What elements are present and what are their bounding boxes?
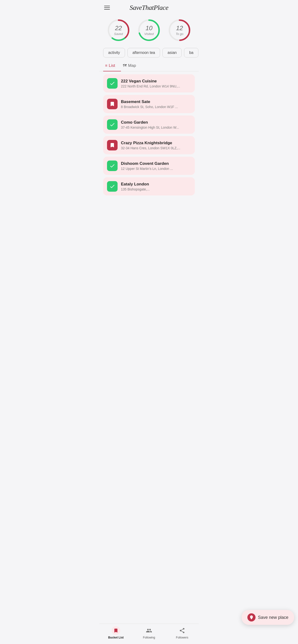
followers-label: Followers <box>176 636 188 639</box>
list-label: List <box>109 63 115 68</box>
stats-section: 22 Saved 10 Visited 12 To go <box>99 14 199 46</box>
tag-afternoon-tea[interactable]: afternoon tea <box>127 48 160 58</box>
visited-label: Visited <box>144 32 154 36</box>
view-toggle: ≡ List 🗺 Map <box>99 60 199 72</box>
bottom-nav: Bucket List Following Followers <box>99 624 199 644</box>
stat-saved: 22 Saved <box>106 18 130 42</box>
nav-followers[interactable]: Followers <box>166 626 199 639</box>
map-view-button[interactable]: 🗺 Map <box>121 60 142 72</box>
nav-bucket-list[interactable]: Bucket List <box>99 626 132 639</box>
place-item-2[interactable]: Como Garden 37-45 Kensington High St, Lo… <box>103 116 195 134</box>
place-address-2: 37-45 Kensington High St, London W... <box>121 126 191 130</box>
saved-icon-1 <box>107 99 117 109</box>
tag-activity[interactable]: activity <box>103 48 125 58</box>
stat-visited: 10 Visited <box>137 18 161 42</box>
saved-count: 22 <box>114 25 123 32</box>
place-item-5[interactable]: Eataly London 135 Bishopsgate,... <box>103 177 195 196</box>
place-item-3[interactable]: Crazy Pizza Knightsbridge 32-34 Hans Cre… <box>103 136 195 154</box>
place-info-4: Dishoom Covent Garden 12 Upper St Martin… <box>121 161 191 170</box>
tag-ba[interactable]: ba <box>184 48 198 58</box>
place-info-1: Basement Sate 8 Broadwick St, Soho, Lond… <box>121 100 191 109</box>
place-name-2: Como Garden <box>121 120 191 125</box>
place-address-0: 222 North End Rd, London W14 9NU,... <box>121 84 191 88</box>
bucket-list-label: Bucket List <box>108 636 124 639</box>
place-item-4[interactable]: Dishoom Covent Garden 12 Upper St Martin… <box>103 157 195 175</box>
app-title: SaveThatPlace <box>129 4 168 12</box>
list-view-button[interactable]: ≡ List <box>103 60 121 72</box>
followers-icon <box>178 626 186 635</box>
place-address-1: 8 Broadwick St, Soho, London W1F ... <box>121 105 191 109</box>
visited-count: 10 <box>144 25 154 32</box>
tags-section: activity afternoon tea asian ba <box>99 46 199 60</box>
place-info-3: Crazy Pizza Knightsbridge 32-34 Hans Cre… <box>121 141 191 150</box>
tag-asian[interactable]: asian <box>163 48 182 58</box>
following-icon <box>145 626 153 635</box>
place-address-4: 12 Upper St Martin's Ln, London ... <box>121 167 191 170</box>
visited-icon-2 <box>107 119 117 130</box>
stat-togo: 12 To go <box>168 18 192 42</box>
saved-icon-3 <box>107 140 117 150</box>
places-list: 222 Vegan Cuisine 222 North End Rd, Lond… <box>99 72 199 220</box>
list-icon: ≡ <box>105 64 107 68</box>
place-info-5: Eataly London 135 Bishopsgate,... <box>121 182 191 191</box>
header: SaveThatPlace <box>99 0 199 14</box>
place-name-5: Eataly London <box>121 182 191 187</box>
visited-icon-5 <box>107 181 117 192</box>
place-item-1[interactable]: Basement Sate 8 Broadwick St, Soho, Lond… <box>103 95 195 113</box>
menu-button[interactable] <box>104 6 110 10</box>
following-label: Following <box>143 636 155 639</box>
place-name-1: Basement Sate <box>121 100 191 104</box>
map-label: Map <box>128 63 136 68</box>
bucket-list-icon <box>112 626 120 635</box>
visited-icon-0 <box>107 78 117 89</box>
place-address-5: 135 Bishopsgate,... <box>121 187 191 191</box>
map-icon: 🗺 <box>123 64 127 68</box>
place-info-2: Como Garden 37-45 Kensington High St, Lo… <box>121 120 191 130</box>
visited-icon-4 <box>107 160 117 171</box>
place-item-0[interactable]: 222 Vegan Cuisine 222 North End Rd, Lond… <box>103 74 195 92</box>
saved-label: Saved <box>114 32 123 36</box>
togo-label: To go <box>176 32 183 36</box>
togo-count: 12 <box>176 25 183 32</box>
place-info-0: 222 Vegan Cuisine 222 North End Rd, Lond… <box>121 79 191 88</box>
place-name-4: Dishoom Covent Garden <box>121 161 191 166</box>
nav-following[interactable]: Following <box>132 626 166 639</box>
place-name-0: 222 Vegan Cuisine <box>121 79 191 84</box>
place-name-3: Crazy Pizza Knightsbridge <box>121 141 191 146</box>
place-address-3: 32-34 Hans Cres, London SW1X 0LZ,... <box>121 146 191 150</box>
